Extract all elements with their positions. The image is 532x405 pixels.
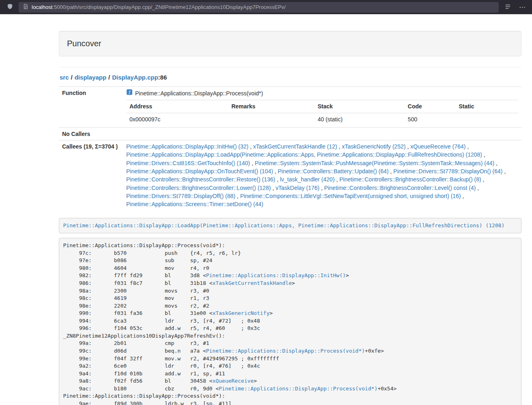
tracking-protection-button[interactable] bbox=[4, 2, 15, 13]
callee-link[interactable]: xTaskGenericNotify (252) bbox=[342, 143, 405, 150]
page-content: Puncover src/displayapp/DisplayApp.cpp:8… bbox=[59, 31, 521, 405]
site-info-icon[interactable] bbox=[23, 3, 28, 11]
disasm-symbol-link[interactable]: Pinetime::Applications::DisplayApp::Proc… bbox=[219, 386, 377, 392]
browser-toolbar: localhost:5000/path/src/displayapp/Displ… bbox=[0, 0, 532, 14]
callee-link[interactable]: Pinetime::Controllers::BrightnessControl… bbox=[339, 176, 481, 183]
breadcrumb-src-link[interactable]: src bbox=[60, 74, 69, 81]
callee-link[interactable]: Pinetime::Controllers::BrightnessControl… bbox=[126, 176, 275, 183]
page-title: Puncover bbox=[67, 39, 513, 48]
page-title-panel: Puncover bbox=[59, 31, 521, 56]
callee-link[interactable]: Pinetime::Applications::Screens::Timer::… bbox=[126, 201, 263, 207]
shield-icon bbox=[7, 3, 13, 11]
function-name-line: ƒ Pinetime::Applications::DisplayApp::Pr… bbox=[126, 89, 518, 97]
url-host: localhost bbox=[32, 4, 52, 10]
reader-mode-button[interactable] bbox=[502, 2, 513, 13]
code-value: 500 bbox=[405, 113, 456, 125]
url-text: localhost:5000/path/src/displayapp/Displ… bbox=[32, 4, 286, 10]
disasm-symbol-link[interactable]: xTaskGetCurrentTaskHandle bbox=[212, 280, 292, 286]
function-details-table: Function ƒ Pinetime::Applications::Displ… bbox=[59, 86, 521, 211]
no-callers-label: No Callers bbox=[59, 127, 123, 140]
callees-label: Callees (19, Σ=3704 ) bbox=[59, 140, 123, 211]
function-row-label: Function bbox=[59, 87, 123, 128]
function-row-content: ƒ Pinetime::Applications::DisplayApp::Pr… bbox=[123, 87, 521, 128]
callee-link[interactable]: Pinetime::Drivers::St7789::DisplayOff() … bbox=[126, 193, 235, 199]
divider bbox=[59, 67, 521, 67]
disasm-symbol-link[interactable]: Pinetime::Applications::DisplayApp::Proc… bbox=[206, 348, 365, 354]
column-header-stack: Stack bbox=[314, 100, 405, 113]
page-actions-menu-button[interactable]: ⋯ bbox=[517, 2, 528, 13]
static-value bbox=[455, 113, 518, 125]
callee-link[interactable]: Pinetime::Controllers::Battery::Update()… bbox=[278, 168, 389, 174]
callees-row: Callees (19, Σ=3704 ) Pinetime::Applicat… bbox=[59, 140, 521, 211]
callee-link[interactable]: Pinetime::Applications::DisplayApp::Load… bbox=[126, 151, 482, 158]
callee-link[interactable]: xQueueReceive (764) bbox=[410, 143, 465, 150]
url-bar[interactable]: localhost:5000/path/src/displayapp/Displ… bbox=[19, 2, 499, 13]
breadcrumb-separator: / bbox=[71, 74, 73, 81]
callee-link[interactable]: xTaskGetCurrentTaskHandle (12) bbox=[253, 143, 337, 150]
no-callers-content bbox=[123, 127, 521, 140]
remarks-value bbox=[228, 113, 314, 125]
callee-link[interactable]: Pinetime::Components::LittleVgl::SetNewT… bbox=[240, 193, 461, 199]
address-value: 0x0000097c bbox=[126, 113, 228, 125]
reader-mode-icon bbox=[505, 4, 511, 11]
disasm-symbol-link[interactable]: xTaskGenericNotify bbox=[212, 310, 269, 316]
callee-link[interactable]: Pinetime::Applications::DisplayApp::OnTo… bbox=[126, 168, 273, 174]
callee-link[interactable]: Pinetime::Controllers::BrightnessControl… bbox=[126, 185, 271, 191]
stats-header-row: Address Remarks Stack Code Static bbox=[126, 100, 518, 113]
loadapp-callee-link[interactable]: Pinetime::Applications::DisplayApp::Load… bbox=[63, 222, 505, 228]
breadcrumb-displayapp-link[interactable]: displayapp bbox=[75, 74, 106, 81]
disassembly: Pinetime::Applications::DisplayApp::Proc… bbox=[59, 238, 521, 405]
callee-link[interactable]: Pinetime::Drivers::Cst816S::GetTouchInfo… bbox=[126, 160, 250, 166]
function-name: Pinetime::Applications::DisplayApp::Proc… bbox=[135, 89, 263, 97]
selected-callee-box: Pinetime::Applications::DisplayApp::Load… bbox=[59, 218, 521, 234]
no-callers-row: No Callers bbox=[59, 127, 521, 140]
breadcrumb: src/displayapp/DisplayApp.cpp:86 bbox=[60, 74, 521, 81]
breadcrumb-line-number: :86 bbox=[158, 74, 167, 81]
callee-link[interactable]: lv_task_handler (420) bbox=[280, 176, 335, 183]
stack-value: 40 (static) bbox=[314, 113, 405, 125]
column-header-static: Static bbox=[455, 100, 518, 113]
callees-list: Pinetime::Applications::DisplayApp::Init… bbox=[123, 140, 521, 211]
breadcrumb-file-link[interactable]: DisplayApp.cpp bbox=[112, 74, 158, 81]
disasm-symbol-link[interactable]: Pinetime::Applications::DisplayApp::Init… bbox=[206, 272, 346, 278]
column-header-address: Address bbox=[126, 100, 228, 113]
function-stats-table: Address Remarks Stack Code Static 0x0000… bbox=[126, 100, 518, 125]
callee-link[interactable]: Pinetime::System::SystemTask::PushMessag… bbox=[255, 160, 495, 166]
breadcrumb-separator: / bbox=[108, 74, 110, 81]
function-icon: ƒ bbox=[126, 89, 133, 97]
more-options-icon: ⋯ bbox=[519, 4, 526, 11]
column-header-remarks: Remarks bbox=[228, 100, 314, 113]
callee-link[interactable]: Pinetime::Drivers::St7789::DisplayOn() (… bbox=[393, 168, 502, 174]
url-path: :5000/path/src/displayapp/DisplayApp.cpp… bbox=[52, 4, 286, 10]
callee-link[interactable]: vTaskDelay (176) bbox=[276, 185, 319, 191]
function-row: Function ƒ Pinetime::Applications::Displ… bbox=[59, 87, 521, 128]
column-header-code: Code bbox=[405, 100, 456, 113]
disasm-symbol-link[interactable]: xQueueReceive bbox=[212, 378, 254, 384]
stats-value-row: 0x0000097c 40 (static) 500 bbox=[126, 113, 518, 125]
svg-text:ƒ: ƒ bbox=[128, 90, 131, 95]
callee-link[interactable]: Pinetime::Controllers::BrightnessControl… bbox=[324, 185, 476, 191]
callee-link[interactable]: Pinetime::Applications::DisplayApp::Init… bbox=[126, 143, 248, 150]
